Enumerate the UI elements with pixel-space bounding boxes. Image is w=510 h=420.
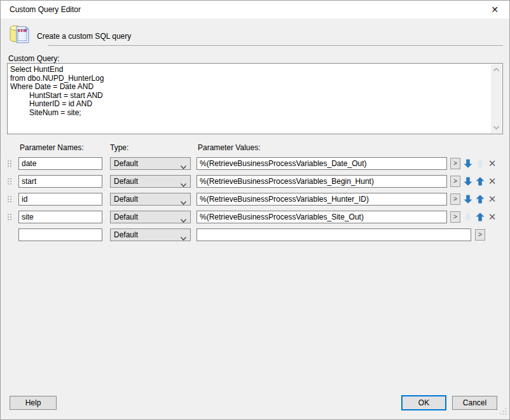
move-down-button[interactable] [463,176,473,186]
cancel-button[interactable]: Cancel [452,396,497,410]
parameter-value-input[interactable] [196,228,471,241]
chevron-down-icon [181,162,186,171]
header-separator [48,45,503,46]
custom-query-editor-dialog: Custom Query Editor ✕ Create a custom SQ… [0,0,510,420]
expand-value-button[interactable]: > [450,176,460,187]
move-down-button[interactable] [463,194,473,204]
expand-value-button[interactable]: > [450,211,460,223]
scroll-up-icon[interactable] [491,64,502,75]
parameter-row: Default > ✕ [1,175,510,188]
drag-handle-icon[interactable] [7,160,12,167]
parameter-row: Default > ✕ [1,211,510,223]
expand-value-button[interactable]: > [450,158,460,169]
chevron-down-icon [181,234,186,242]
expand-value-button[interactable]: > [475,229,485,241]
chevron-down-icon [181,198,186,207]
parameter-value-input[interactable] [196,157,447,170]
move-up-button[interactable] [475,194,485,204]
type-dropdown[interactable]: Default [110,228,191,241]
type-label: Type: [110,143,128,152]
type-dropdown[interactable]: Default [110,193,191,206]
ok-button[interactable]: OK [401,395,446,410]
parameter-value-input[interactable] [196,193,447,206]
move-up-button[interactable] [475,176,485,186]
parameter-value-input[interactable] [196,211,447,223]
parameter-row: Default > ✕ [1,193,510,206]
parameter-name-input[interactable] [18,228,102,241]
parameter-name-input[interactable] [18,211,102,223]
parameter-name-input[interactable] [18,193,102,206]
parameter-name-input[interactable] [18,175,102,188]
move-up-button[interactable] [475,158,485,169]
move-up-button[interactable] [475,212,485,222]
parameter-name-input[interactable] [18,157,102,170]
custom-query-label: Custom Query: [8,54,60,63]
move-down-button[interactable] [463,212,473,222]
type-dropdown[interactable]: Default [110,157,191,170]
dialog-title: Custom Query Editor [10,5,81,14]
custom-query-text: Select HuntEnd from dbo.NUPD_HunterLog W… [10,66,490,132]
dialog-subtitle: Create a custom SQL query [37,32,131,41]
parameter-row: Default > ✕ [1,157,510,170]
type-dropdown[interactable]: Default [110,211,191,223]
drag-handle-icon[interactable] [7,178,12,185]
custom-query-textarea[interactable]: Select HuntEnd from dbo.NUPD_HunterLog W… [7,63,503,134]
help-button[interactable]: Help [10,396,57,410]
type-dropdown[interactable]: Default [110,175,191,188]
query-scrollbar[interactable] [491,64,502,133]
chevron-down-icon [181,180,186,189]
remove-row-icon[interactable]: ✕ [486,157,498,170]
parameter-values-label: Parameter Values: [198,143,261,152]
resize-grip-icon[interactable] [500,408,507,417]
remove-row-icon[interactable]: ✕ [486,193,498,206]
parameter-names-label: Parameter Names: [20,143,84,152]
drag-handle-icon[interactable] [7,195,12,203]
parameter-row-empty: Default > [1,228,510,241]
close-icon[interactable]: ✕ [488,3,502,16]
move-down-button[interactable] [463,158,473,169]
drag-handle-icon[interactable] [7,213,12,221]
parameter-value-input[interactable] [196,175,447,188]
remove-row-icon[interactable]: ✕ [486,211,498,223]
scroll-down-icon[interactable] [491,122,502,133]
expand-value-button[interactable]: > [450,193,460,205]
sql-query-icon [8,24,30,46]
remove-row-icon[interactable]: ✕ [486,175,498,188]
chevron-down-icon [181,216,186,225]
titlebar: Custom Query Editor ✕ [1,1,509,18]
